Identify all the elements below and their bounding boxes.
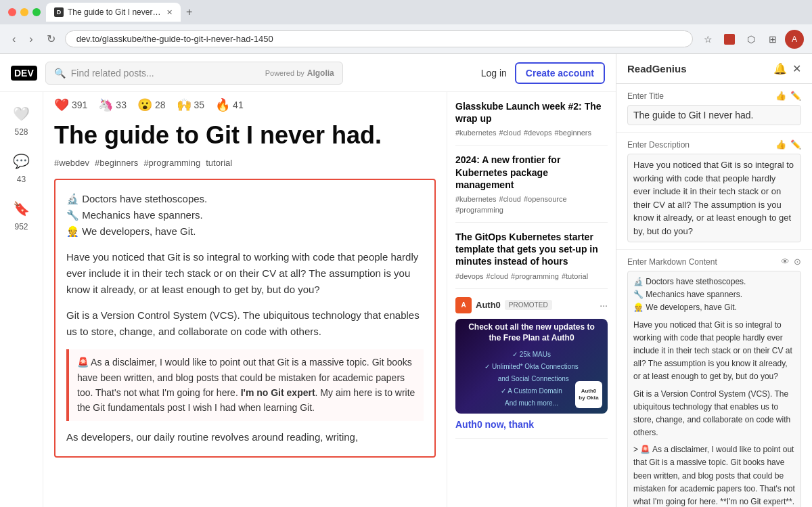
unicorn-reaction-bar[interactable]: 🦄 33 xyxy=(98,97,127,112)
rg-title-edit-icon[interactable]: ✏️ xyxy=(790,91,801,101)
rg-desc-icons: 👍 ✏️ xyxy=(775,139,801,150)
url-bar[interactable]: dev.to/glasskube/the-guide-to-git-i-neve… xyxy=(65,30,693,47)
tag-programming[interactable]: #programming xyxy=(143,158,200,168)
header-actions: Log in Create account xyxy=(481,62,605,84)
ad-logo-area: A Auth0 PROMOTED xyxy=(455,297,552,313)
related-article-2-title: 2024: A new frontier for Kubernetes pack… xyxy=(455,154,608,191)
refresh-button[interactable]: ↻ xyxy=(43,31,60,47)
related-article-3[interactable]: The GitOps Kubernetes starter template t… xyxy=(455,223,608,289)
bookmark-action[interactable]: 🔖 952 xyxy=(11,198,32,232)
heart-reaction-count: 391 xyxy=(72,100,87,110)
tag-devops[interactable]: #devops xyxy=(524,129,552,137)
search-bar[interactable]: 🔍 Find related posts... Powered by Algol… xyxy=(45,62,343,85)
ad-more-icon[interactable]: ··· xyxy=(600,300,608,311)
fire-reaction-count: 41 xyxy=(233,100,244,110)
comment-action[interactable]: 💬 43 xyxy=(11,150,32,184)
back-button[interactable]: ‹ xyxy=(8,32,20,47)
article-body: 🔬 Doctors have stethoscopes.🔧 Mechanics … xyxy=(54,179,436,458)
heart-count: 528 xyxy=(14,127,28,137)
profile-icon[interactable]: A xyxy=(785,30,804,49)
browser-tab[interactable]: D The guide to Git I never had. ✕ xyxy=(46,3,181,22)
rg-title-value: The guide to Git I never had. xyxy=(627,105,801,125)
tag-tutorial2[interactable]: #tutorial xyxy=(562,272,588,280)
ad-company: Auth0 xyxy=(476,300,501,310)
related-article-2[interactable]: 2024: A new frontier for Kubernetes pack… xyxy=(455,146,608,223)
readgenius-header: ReadGenius 🔔 ✕ xyxy=(616,54,812,84)
wow-reaction-bar[interactable]: 😮 28 xyxy=(137,97,166,112)
unicorn-emoji: 🦄 xyxy=(98,97,113,112)
article-tags: #webdev #beginners #programming tutorial xyxy=(54,158,436,168)
rg-markdown-icons: 👁 ⊙ xyxy=(781,257,801,267)
rg-desc-copy-icon[interactable]: 👍 xyxy=(775,139,786,150)
right-panel: Glasskube Launch week #2: The wrap up #k… xyxy=(447,92,616,507)
promoted-badge: PROMOTED xyxy=(505,300,552,310)
tag-k8s2[interactable]: #kubernetes xyxy=(455,195,497,203)
unicorn-reaction-count: 33 xyxy=(116,100,127,110)
clap-reaction-count: 35 xyxy=(194,100,205,110)
tag-beginners[interactable]: #beginners xyxy=(95,158,138,168)
close-dot[interactable] xyxy=(8,8,16,16)
related-article-1-title: Glasskube Launch week #2: The wrap up xyxy=(455,100,608,125)
ad-link[interactable]: Auth0 now, thank xyxy=(455,414,608,430)
tag-cloud2[interactable]: #cloud xyxy=(499,195,521,203)
readgenius-panel: ReadGenius 🔔 ✕ Enter Title 👍 ✏️ The guid… xyxy=(616,54,812,507)
related-article-1-tags: #kubernetes #cloud #devops #beginners xyxy=(455,129,608,137)
bookmark-icon: 🔖 xyxy=(11,198,32,219)
ad-section: A Auth0 PROMOTED ··· Check out all the n… xyxy=(455,289,608,439)
wow-emoji: 😮 xyxy=(137,97,152,112)
left-sidebar: 🤍 528 💬 43 🔖 952 ••• xyxy=(0,92,43,507)
star-icon[interactable]: ☆ xyxy=(698,30,717,49)
rg-markdown-section: Enter Markdown Content 👁 ⊙ 🔬 Doctors hav… xyxy=(616,250,812,507)
tab-close-icon[interactable]: ✕ xyxy=(166,8,173,17)
url-text: dev.to/glasskube/the-guide-to-git-i-neve… xyxy=(76,34,273,44)
clap-reaction-bar[interactable]: 🙌 35 xyxy=(177,97,205,112)
tag-k8s[interactable]: #kubernetes xyxy=(455,129,497,137)
minimize-dot[interactable] xyxy=(20,8,28,16)
tag-devops2[interactable]: #devops xyxy=(455,272,484,280)
readgenius-header-icons: 🔔 ✕ xyxy=(773,62,801,75)
rg-markdown-label: Enter Markdown Content 👁 ⊙ xyxy=(627,257,801,267)
tag-tutorial[interactable]: tutorial xyxy=(206,158,232,168)
rg-title-copy-icon[interactable]: 👍 xyxy=(775,91,786,101)
article-blockquote: 🚨 As a disclaimer, I would like to point… xyxy=(66,349,424,421)
ad-image[interactable]: Check out all the new updates to the Fre… xyxy=(455,319,608,414)
tag-webdev[interactable]: #webdev xyxy=(54,158,89,168)
rg-markdown-preview-icon[interactable]: 👁 xyxy=(781,257,790,267)
blockquote-text: 🚨 As a disclaimer, I would like to point… xyxy=(77,355,415,416)
related-article-1[interactable]: Glasskube Launch week #2: The wrap up #k… xyxy=(455,92,608,146)
heart-emoji: ❤️ xyxy=(54,97,69,112)
forward-button[interactable]: › xyxy=(25,32,37,47)
bookmark-count: 952 xyxy=(14,222,28,232)
dev-logo[interactable]: DEV xyxy=(11,66,37,81)
maximize-dot[interactable] xyxy=(32,8,41,16)
tab-favicon: D xyxy=(54,7,64,17)
reactions-bar: ❤️ 391 🦄 33 😮 28 🙌 35 xyxy=(54,92,436,120)
heart-reaction[interactable]: 🤍 528 xyxy=(11,103,32,137)
new-tab-button[interactable]: + xyxy=(183,6,195,18)
extensions-icon[interactable]: ⬡ xyxy=(742,30,761,49)
create-account-button[interactable]: Create account xyxy=(515,62,605,84)
ad-image-text: Check out all the new updates to the Fre… xyxy=(464,322,600,343)
readgenius-close-icon[interactable]: ✕ xyxy=(792,62,801,75)
tag-prog2[interactable]: #programming xyxy=(455,206,503,214)
tag-cloud[interactable]: #cloud xyxy=(499,129,521,137)
rg-desc-edit-icon[interactable]: ✏️ xyxy=(790,139,801,150)
ad-features: ✓ 25k MAUs ✓ Unlimited* Okta Connections… xyxy=(484,349,579,410)
tag-prog3[interactable]: #programming xyxy=(511,272,559,280)
comment-count: 43 xyxy=(17,175,26,184)
tag-cloud3[interactable]: #cloud xyxy=(487,272,508,280)
tag-opensource[interactable]: #opensource xyxy=(524,195,567,203)
grid-icon[interactable]: ⊞ xyxy=(763,30,782,49)
extension-icon[interactable] xyxy=(720,30,739,49)
ad-badge: Auth0by Okta xyxy=(575,381,602,408)
rg-markdown-copy-icon[interactable]: ⊙ xyxy=(794,257,801,267)
clap-emoji: 🙌 xyxy=(177,97,191,112)
fire-reaction-bar[interactable]: 🔥 41 xyxy=(215,97,244,112)
heart-reaction-bar[interactable]: ❤️ 391 xyxy=(54,97,87,112)
tag-beginners2[interactable]: #beginners xyxy=(555,129,591,137)
bell-icon[interactable]: 🔔 xyxy=(773,62,787,75)
ad-logo: A xyxy=(455,297,472,313)
article-para3: As developers, our daily routine revolve… xyxy=(66,429,424,445)
login-button[interactable]: Log in xyxy=(481,68,507,79)
related-article-3-title: The GitOps Kubernetes starter template t… xyxy=(455,231,608,268)
